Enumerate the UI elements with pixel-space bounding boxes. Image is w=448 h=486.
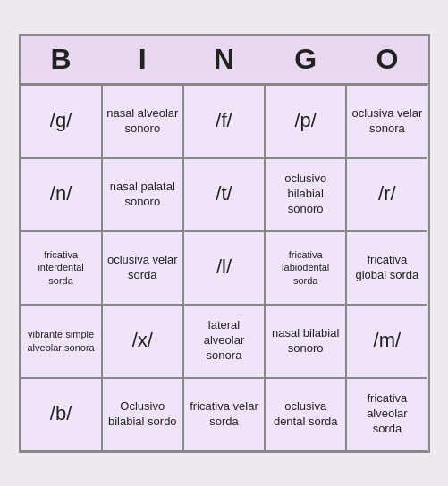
header-g: G — [265, 36, 346, 83]
bingo-cell-2: /f/ — [183, 85, 265, 158]
bingo-cell-14: fricativa global sorda — [346, 231, 427, 305]
bingo-cell-15: vibrante simple alveolar sonora — [21, 305, 102, 378]
bingo-cell-4: oclusiva velar sonora — [346, 85, 427, 158]
bingo-cell-17: lateral alveolar sonora — [183, 305, 265, 378]
bingo-cell-20: /b/ — [21, 378, 102, 451]
header-b: B — [21, 36, 102, 83]
bingo-cell-3: /p/ — [265, 85, 346, 158]
bingo-cell-16: /x/ — [102, 305, 183, 378]
header-o: O — [346, 36, 427, 83]
bingo-cell-7: /t/ — [183, 158, 265, 231]
header-n: N — [183, 36, 265, 83]
bingo-cell-11: oclusiva velar sorda — [102, 231, 183, 305]
bingo-cell-24: fricativa alveolar sorda — [346, 378, 427, 451]
bingo-cell-9: /r/ — [346, 158, 427, 231]
bingo-card: B I N G O /g/nasal alveolar sonoro/f//p/… — [19, 34, 430, 453]
bingo-cell-23: oclusiva dental sorda — [265, 378, 346, 451]
bingo-cell-5: /n/ — [21, 158, 102, 231]
bingo-cell-6: nasal palatal sonoro — [102, 158, 183, 231]
bingo-cell-1: nasal alveolar sonoro — [102, 85, 183, 158]
bingo-cell-19: /m/ — [346, 305, 427, 378]
bingo-cell-21: Oclusivo bilabial sordo — [102, 378, 183, 451]
bingo-cell-12: /l/ — [183, 231, 265, 305]
bingo-cell-0: /g/ — [21, 85, 102, 158]
header-i: I — [102, 36, 183, 83]
bingo-cell-18: nasal bilabial sonoro — [265, 305, 346, 378]
bingo-header: B I N G O — [21, 36, 428, 83]
bingo-cell-22: fricativa velar sorda — [183, 378, 265, 451]
bingo-cell-10: fricativa interdental sorda — [21, 231, 102, 305]
bingo-cell-13: fricativa labiodental sorda — [265, 231, 346, 305]
bingo-grid: /g/nasal alveolar sonoro/f//p/oclusiva v… — [21, 83, 428, 451]
bingo-cell-8: oclusivo bilabial sonoro — [265, 158, 346, 231]
